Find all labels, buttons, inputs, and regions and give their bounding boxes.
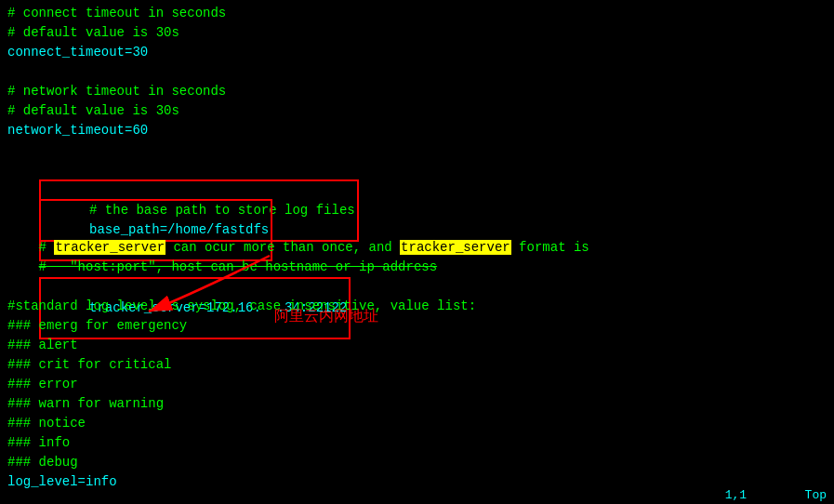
line-23: ### info xyxy=(7,433,827,453)
editor-area: # connect timeout in seconds # default v… xyxy=(0,0,834,496)
tracker-highlight-2: tracker_server xyxy=(400,240,511,255)
line-19: ### crit for critical xyxy=(7,355,827,375)
cursor-position: 1,1 xyxy=(725,488,747,502)
line-8 xyxy=(7,140,827,160)
annotation-arrow xyxy=(121,237,288,321)
line-22: ### notice xyxy=(7,414,827,433)
comment-format: format is xyxy=(511,240,589,255)
line-24: ### debug xyxy=(7,453,827,472)
line-4 xyxy=(7,62,827,82)
base-path-val: base_path=/home/fastdfs xyxy=(89,222,269,237)
line-2: # default value is 30s xyxy=(7,23,827,43)
comment-hash-tracker: # xyxy=(39,240,55,255)
line-20: ### error xyxy=(7,375,827,394)
line-21: ### warn for warning xyxy=(7,394,827,414)
line-9: # the base path to store log files xyxy=(7,160,827,179)
status-bar: 1,1 Top xyxy=(718,486,834,504)
line-3: connect_timeout=30 xyxy=(7,43,827,62)
chinese-annotation: 阿里云内网地址 xyxy=(274,305,378,327)
line-7: network_timeout=60 xyxy=(7,121,827,140)
line-6: # default value is 30s xyxy=(7,101,827,121)
line-25: log_level=info xyxy=(7,472,827,492)
scroll-position: Top xyxy=(805,488,827,502)
line-1: # connect timeout in seconds xyxy=(7,4,827,23)
line-5: # network timeout in seconds xyxy=(7,82,827,101)
